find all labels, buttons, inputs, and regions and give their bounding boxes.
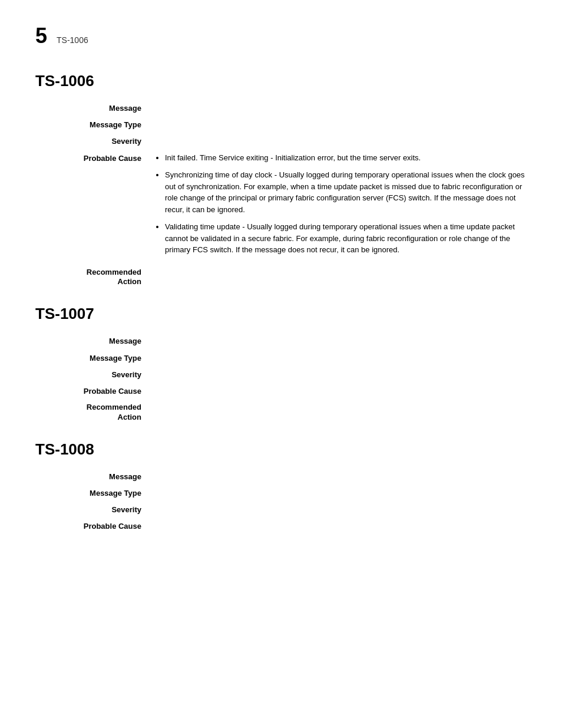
label-message-1007: Message: [35, 335, 153, 347]
field-row-message-1007: Message: [35, 335, 527, 347]
section-ts-1007: TS-1007 Message Message Type Severity Pr…: [35, 305, 527, 423]
label-message-type-1008: Message Type: [35, 487, 153, 499]
field-row-severity-1008: Severity: [35, 503, 527, 515]
label-probable-cause-1007: Probable Cause: [35, 385, 153, 397]
field-row-severity-1006: Severity: [35, 135, 527, 147]
label-message-1008: Message: [35, 470, 153, 482]
field-row-probable-cause-1008: Probable Cause: [35, 520, 527, 532]
field-row-severity-1007: Severity: [35, 368, 527, 380]
field-row-message-1008: Message: [35, 470, 527, 482]
label-recommended-action-1006: Recommended Action: [35, 266, 153, 288]
section-title-ts-1007: TS-1007: [35, 305, 527, 323]
label-message-type-1006: Message Type: [35, 118, 153, 130]
list-item: Synchronizing time of day clock - Usuall…: [165, 169, 527, 215]
label-probable-cause-1006: Probable Cause: [35, 152, 153, 164]
field-row-message-type-1006: Message Type: [35, 118, 527, 130]
field-row-message-1006: Message: [35, 102, 527, 114]
list-item: Validating time update - Usually logged …: [165, 221, 527, 256]
label-severity-1008: Severity: [35, 503, 153, 515]
field-row-probable-cause-1006: Probable Cause Init failed. Time Service…: [35, 152, 527, 262]
label-severity-1007: Severity: [35, 368, 153, 380]
section-title-ts-1006: TS-1006: [35, 72, 527, 90]
list-item: Init failed. Time Service exiting - Init…: [165, 152, 527, 164]
field-row-recommended-action-1007: Recommended Action: [35, 401, 527, 423]
label-message-type-1007: Message Type: [35, 352, 153, 364]
label-probable-cause-1008: Probable Cause: [35, 520, 153, 532]
field-row-probable-cause-1007: Probable Cause: [35, 385, 527, 397]
section-title-ts-1008: TS-1008: [35, 440, 527, 459]
field-row-message-type-1007: Message Type: [35, 352, 527, 364]
label-recommended-action-1007: Recommended Action: [35, 401, 153, 423]
label-severity-1006: Severity: [35, 135, 153, 147]
page-header: 5 TS-1006: [35, 24, 527, 48]
section-ts-1006: TS-1006 Message Message Type Severity Pr…: [35, 72, 527, 287]
field-row-message-type-1008: Message Type: [35, 487, 527, 499]
label-message-1006: Message: [35, 102, 153, 114]
page-chapter: TS-1006: [57, 35, 88, 45]
value-probable-cause-1006: Init failed. Time Service exiting - Init…: [153, 152, 527, 262]
page-number: 5: [35, 24, 47, 48]
probable-cause-list-1006: Init failed. Time Service exiting - Init…: [153, 152, 527, 256]
section-ts-1008: TS-1008 Message Message Type Severity Pr…: [35, 440, 527, 532]
field-row-recommended-action-1006: Recommended Action: [35, 266, 527, 288]
